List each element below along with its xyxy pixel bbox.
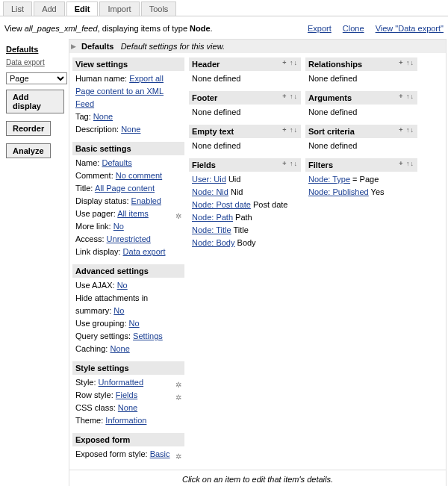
arguments-none: None defined [308, 108, 357, 116]
sidebar-item-data-export[interactable]: Data export [6, 58, 45, 66]
tab-edit[interactable]: Edit [66, 1, 99, 16]
link-comment[interactable]: No comment [116, 171, 162, 180]
add-display-button[interactable]: Add display [6, 90, 64, 113]
section-actions-icon[interactable]: + ↑↓ [282, 126, 298, 134]
gear-icon[interactable]: ✲ [175, 450, 181, 463]
label-hide-attach: Hide attachments in summary: [75, 293, 148, 315]
section-exposed-form: Exposed form [72, 433, 184, 446]
link-query[interactable]: Settings [133, 331, 163, 340]
label-comment: Comment: [75, 171, 113, 180]
gear-icon[interactable]: ✲ [175, 391, 181, 404]
label-query: Query settings: [75, 331, 131, 340]
label-use-pager: Use pager: [75, 209, 116, 218]
view-mid: , displaying items of type [98, 24, 190, 33]
link-field-node-postdate[interactable]: Node: Post date [192, 200, 251, 209]
panel-header: ▶ Defaults Default settings for this vie… [69, 40, 446, 53]
label-caching: Caching: [75, 344, 108, 353]
tab-import[interactable]: Import [99, 1, 139, 16]
link-ajax[interactable]: No [117, 281, 128, 290]
link-filter-node-type[interactable]: Node: Type [308, 175, 350, 184]
label-human-name: Human name: [75, 74, 127, 83]
section-filters: Filters+ ↑↓ [305, 158, 417, 172]
display-sidebar: Defaults Data export Page Add display Re… [1, 39, 69, 165]
label-grouping: Use grouping: [75, 319, 127, 328]
label-link-display: Link display: [75, 247, 121, 256]
section-actions-icon[interactable]: + ↑↓ [282, 59, 298, 66]
section-actions-icon[interactable]: + ↑↓ [399, 160, 414, 167]
section-view-settings: View settings [72, 57, 184, 71]
link-view-display[interactable]: View "Data export" [376, 24, 444, 33]
link-link-display[interactable]: Data export [123, 247, 166, 256]
label-css-class: CSS class: [75, 403, 116, 412]
section-arguments: Arguments+ ↑↓ [305, 91, 417, 105]
view-type: Node [190, 24, 211, 33]
label-theme: Theme: [75, 416, 103, 425]
link-field-user-uid[interactable]: User: Uid [192, 175, 226, 184]
section-fields: Fields+ ↑↓ [189, 158, 301, 172]
link-field-node-body[interactable]: Node: Body [192, 238, 234, 247]
label-style: Style: [75, 378, 96, 387]
gear-icon[interactable]: ✲ [175, 210, 181, 222]
section-relationships: Relationships+ ↑↓ [305, 57, 417, 71]
section-basic-settings: Basic settings [72, 142, 184, 155]
filter-value: Yes [369, 187, 385, 196]
add-display-select[interactable]: Page [6, 72, 67, 84]
section-footer: Footer+ ↑↓ [189, 91, 301, 105]
link-css-class[interactable]: None [118, 403, 137, 412]
link-export[interactable]: Export [308, 24, 332, 33]
link-name[interactable]: Defaults [102, 158, 131, 167]
tab-tools[interactable]: Tools [141, 1, 177, 16]
settings-panel: ▶ Defaults Default settings for this vie… [69, 39, 447, 486]
link-style[interactable]: Unformatted [99, 378, 144, 387]
link-clone[interactable]: Clone [343, 24, 364, 33]
field-alias: Path [235, 213, 252, 222]
label-exposed-form-style: Exposed form style: [75, 449, 148, 458]
link-field-node-title[interactable]: Node: Title [192, 225, 231, 234]
section-actions-icon[interactable]: + ↑↓ [399, 59, 414, 66]
label-display-status: Display status: [75, 196, 129, 205]
tab-list[interactable]: List [3, 1, 32, 16]
link-row-style[interactable]: Fields [116, 390, 137, 399]
link-tag[interactable]: None [93, 112, 113, 121]
link-caching[interactable]: None [110, 344, 129, 353]
link-field-node-path[interactable]: Node: Path [192, 213, 233, 222]
view-header-line: View all_pages_xml_feed, displaying item… [0, 16, 448, 36]
link-use-pager[interactable]: All items [117, 209, 149, 218]
view-suf: . [211, 24, 213, 33]
view-machine-name: all_pages_xml_feed [25, 24, 98, 33]
empty-none: None defined [192, 141, 240, 150]
tab-add[interactable]: Add [34, 1, 65, 16]
link-hide-attach[interactable]: No [113, 306, 124, 315]
label-ajax: Use AJAX: [75, 281, 115, 290]
section-actions-icon[interactable]: + ↑↓ [282, 160, 298, 167]
analyze-button[interactable]: Analyze [6, 143, 51, 158]
link-theme[interactable]: Information [105, 416, 146, 425]
label-row-style: Row style: [75, 390, 113, 399]
link-access[interactable]: Unrestricted [107, 234, 151, 243]
link-filter-node-published[interactable]: Node: Published [308, 187, 369, 196]
section-actions-icon[interactable]: + ↑↓ [399, 93, 414, 100]
section-actions-icon[interactable]: + ↑↓ [399, 126, 414, 134]
link-field-node-nid[interactable]: Node: Nid [192, 187, 228, 196]
field-alias: Nid [231, 187, 243, 196]
breadcrumb-chevron-icon: ▶ [71, 43, 76, 50]
link-title[interactable]: All Page content [95, 184, 155, 193]
link-display-status[interactable]: Enabled [131, 196, 161, 205]
view-prefix: View [4, 24, 25, 33]
sidebar-item-defaults[interactable]: Defaults [6, 45, 38, 54]
link-description[interactable]: None [121, 125, 140, 134]
section-style-settings: Style settings [72, 361, 184, 375]
section-advanced-settings: Advanced settings [72, 264, 184, 278]
panel-title: Defaults [81, 42, 113, 51]
relationships-none: None defined [308, 74, 357, 83]
section-header: Header+ ↑↓ [189, 57, 301, 71]
link-grouping[interactable]: No [129, 319, 140, 328]
panel-subtitle: Default settings for this view. [121, 42, 225, 51]
label-access: Access: [75, 234, 105, 243]
reorder-button[interactable]: Reorder [6, 121, 51, 136]
link-more-link[interactable]: No [113, 222, 124, 231]
section-actions-icon[interactable]: + ↑↓ [282, 93, 298, 100]
link-exposed-form-style[interactable]: Basic [150, 449, 170, 458]
section-sort-criteria: Sort criteria+ ↑↓ [305, 125, 417, 138]
label-tag: Tag: [75, 112, 91, 121]
